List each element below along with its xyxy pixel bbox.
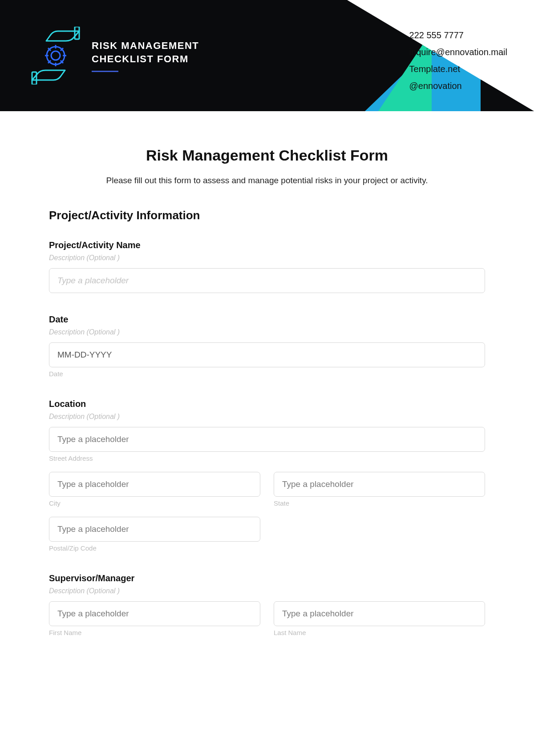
svg-point-3 [47,47,65,64]
desc-project-name: Description (Optional ) [49,254,485,262]
hands-gear-icon [31,27,80,84]
banner-title-line1: RISK MANAGEMENT [92,39,199,52]
sublabel-state: State [274,499,485,507]
sublabel-street: Street Address [49,454,485,462]
input-city[interactable] [49,472,260,497]
contact-handle: @ennovation [409,77,507,94]
header-banner: RISK MANAGEMENT CHECKLIST FORM 222 555 7… [0,0,534,111]
banner-title-line2: CHECKLIST FORM [92,52,199,66]
banner-underline [92,71,118,72]
field-project-name: Project/Activity Name Description (Optio… [49,240,485,293]
sublabel-postal: Postal/Zip Code [49,544,260,552]
logo-block: RISK MANAGEMENT CHECKLIST FORM [0,27,199,84]
label-location: Location [49,399,485,409]
sublabel-city: City [49,499,260,507]
banner-title: RISK MANAGEMENT CHECKLIST FORM [92,39,199,72]
desc-supervisor: Description (Optional ) [49,587,485,595]
input-last-name[interactable] [274,601,485,626]
sublabel-date: Date [49,370,485,378]
sublabel-last-name: Last Name [274,629,485,636]
input-first-name[interactable] [49,601,260,626]
field-supervisor: Supervisor/Manager Description (Optional… [49,573,485,636]
desc-location: Description (Optional ) [49,413,485,421]
input-project-name[interactable] [49,268,485,293]
input-street[interactable] [49,427,485,452]
desc-date: Description (Optional ) [49,328,485,336]
contact-phone: 222 555 7777 [409,27,507,44]
contact-website: Template.net [409,60,507,77]
page-title: Risk Management Checklist Form [49,147,485,164]
page-intro: Please fill out this form to assess and … [49,176,485,185]
label-date: Date [49,314,485,325]
contact-email: inquire@ennovation.mail [409,44,507,60]
input-date[interactable] [49,342,485,367]
label-supervisor: Supervisor/Manager [49,573,485,583]
label-project-name: Project/Activity Name [49,240,485,250]
field-location: Location Description (Optional ) Street … [49,399,485,552]
sublabel-first-name: First Name [49,629,260,636]
input-postal[interactable] [49,517,260,542]
svg-point-2 [51,51,60,60]
form-body: Risk Management Checklist Form Please fi… [0,111,534,636]
input-state[interactable] [274,472,485,497]
section-project-info: Project/Activity Information [49,209,485,222]
contact-block: 222 555 7777 inquire@ennovation.mail Tem… [409,27,507,94]
field-date: Date Description (Optional ) Date [49,314,485,378]
